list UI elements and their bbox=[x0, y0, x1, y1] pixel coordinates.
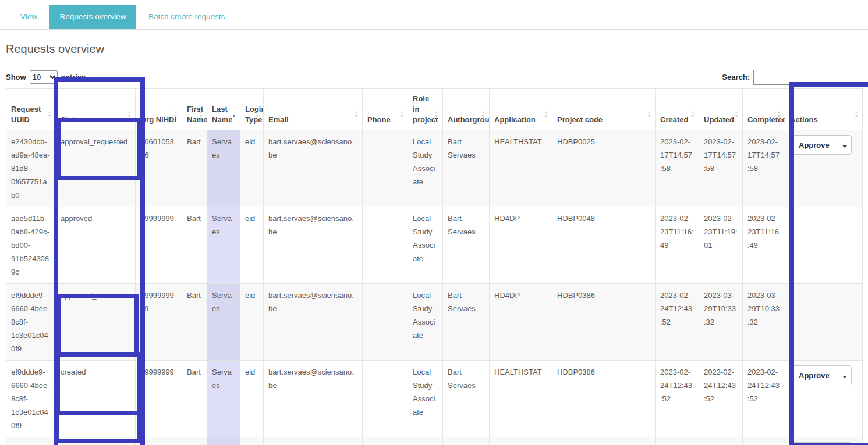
table-row: ef9ddde9-6660-4bee-8c8f-1c3e01c040f9crea… bbox=[6, 361, 863, 437]
approve-button[interactable]: Approve bbox=[791, 136, 838, 154]
cell-last_name: Servaes bbox=[207, 207, 240, 284]
cell-status: created bbox=[56, 361, 136, 437]
search-input[interactable] bbox=[753, 70, 862, 85]
cell-uuid: ef9ddde9-6660-4bee-8c8f-1c3e01c040f9 bbox=[6, 284, 56, 361]
cell-created: 2023-02-24T12:43:52 bbox=[656, 361, 699, 437]
cell-first_name: Bart bbox=[182, 130, 207, 207]
table-controls: Show 10 entries Search: bbox=[6, 69, 862, 85]
sort-both-icon bbox=[853, 110, 859, 118]
sort-both-icon bbox=[646, 110, 652, 118]
cell-email: bart.servaes@sciensano.be bbox=[264, 284, 363, 361]
cell-created: 2023-02-17T17:11:08 bbox=[656, 437, 699, 445]
sort-both-icon bbox=[434, 110, 440, 118]
cell-phone bbox=[363, 361, 408, 437]
column-header-org_nihdi[interactable]: Org NIHDI bbox=[136, 89, 182, 130]
table-row: e2430dcb-ad9a-48ea-81d8-0f657751ab0appro… bbox=[6, 130, 863, 207]
column-header-label: Created bbox=[660, 115, 688, 124]
column-header-label: Application bbox=[494, 115, 536, 124]
column-header-application[interactable]: Application bbox=[490, 89, 552, 130]
column-header-completed[interactable]: Completed bbox=[743, 89, 785, 130]
approve-dropdown-toggle[interactable] bbox=[838, 136, 851, 154]
sort-both-icon bbox=[776, 110, 782, 118]
sort-both-icon bbox=[734, 110, 739, 118]
sort-asc-icon bbox=[231, 113, 237, 118]
sort-both-icon bbox=[543, 110, 549, 118]
column-header-label: Status bbox=[61, 115, 84, 124]
cell-status: approved bbox=[56, 207, 136, 284]
cell-first_name: Bart bbox=[182, 437, 207, 445]
cell-role: Local Study Associate bbox=[408, 284, 443, 361]
cell-updated: 2023-02-24T12:43:52 bbox=[699, 361, 743, 437]
tab-view[interactable]: View bbox=[10, 5, 47, 29]
column-header-label: Actions bbox=[790, 115, 818, 124]
cell-project_code: HDBP0386 bbox=[552, 284, 656, 361]
cell-updated: 2023-02-17T14:57:58 bbox=[699, 130, 743, 207]
cell-first_name: Bart bbox=[182, 207, 207, 284]
column-header-label: Last Name bbox=[212, 105, 232, 124]
entries-label: entries bbox=[61, 73, 86, 81]
sort-both-icon bbox=[480, 110, 486, 118]
cell-updated: 2023-02-17T17:11:08 bbox=[699, 437, 743, 445]
cell-updated: 2023-03-29T10:33:32 bbox=[699, 284, 743, 361]
cell-role: Local Study Associate bbox=[408, 361, 443, 437]
cell-uuid: e2430dcb-ad9a-48ea-81d8-0f657751ab0 bbox=[6, 130, 56, 207]
column-header-label: Email bbox=[268, 115, 289, 124]
cell-org_nihdi: 9999999999 bbox=[136, 284, 182, 361]
approve-split-button: Approve bbox=[790, 442, 852, 445]
cell-status: approved_rae bbox=[56, 284, 136, 361]
cell-org_nihdi: 99999999 bbox=[136, 437, 182, 445]
cell-login_type: eid bbox=[240, 361, 264, 437]
cell-phone bbox=[363, 284, 408, 361]
cell-role: Local Study Associate bbox=[408, 130, 443, 207]
sort-both-icon bbox=[399, 110, 405, 118]
sort-both-icon bbox=[690, 110, 696, 118]
approve-split-button: Approve bbox=[790, 365, 852, 385]
column-header-login_type[interactable]: Login Type bbox=[240, 89, 264, 130]
cell-application: HD4DP bbox=[490, 207, 552, 284]
cell-project_code: HDBP0386 bbox=[552, 361, 656, 437]
cell-authorgroup: Bart Servaes bbox=[443, 284, 490, 361]
column-header-role[interactable]: Role in project bbox=[408, 89, 443, 130]
approve-button[interactable]: Approve bbox=[791, 443, 838, 445]
column-header-actions[interactable]: Actions bbox=[785, 89, 863, 130]
cell-completed: 2023-03-29T10:33:32 bbox=[743, 284, 785, 361]
cell-phone bbox=[363, 207, 408, 284]
column-header-label: First Name bbox=[187, 105, 207, 124]
caret-down-icon bbox=[842, 376, 847, 378]
column-header-status[interactable]: Status bbox=[56, 89, 136, 130]
column-header-first_name[interactable]: First Name bbox=[182, 89, 207, 130]
approve-button[interactable]: Approve bbox=[791, 366, 838, 385]
column-header-uuid[interactable]: Request UUID bbox=[6, 89, 56, 130]
sort-both-icon bbox=[353, 110, 359, 118]
cell-created: 2023-02-24T12:43:52 bbox=[656, 284, 699, 361]
column-header-project_code[interactable]: Project code bbox=[552, 89, 656, 130]
tab-requests-overview[interactable]: Requests overview bbox=[49, 5, 136, 29]
page-title: Requests overview bbox=[6, 42, 868, 56]
cell-authorgroup: Bart Servaes bbox=[443, 130, 490, 207]
cell-actions: Approve bbox=[785, 130, 863, 207]
column-header-phone[interactable]: Phone bbox=[363, 89, 408, 130]
table-row: aae5d11b-0ab8-429c-bd00-91b5243089cappro… bbox=[6, 207, 863, 284]
approve-split-button: Approve bbox=[790, 135, 852, 155]
column-header-authorgroup[interactable]: Authorgroup bbox=[443, 89, 490, 130]
column-header-label: Updated bbox=[704, 115, 734, 124]
column-header-updated[interactable]: Updated bbox=[699, 89, 743, 130]
cell-authorgroup: Bart Servaes bbox=[443, 207, 490, 284]
column-header-last_name[interactable]: Last Name bbox=[207, 89, 240, 130]
header-row: Request UUIDStatusOrg NIHDIFirst NameLas… bbox=[6, 89, 863, 130]
cell-completed: 2023-02-17T17:11:08 bbox=[743, 437, 785, 445]
sort-both-icon bbox=[254, 110, 260, 118]
cell-project_code: HDBP0048 bbox=[552, 207, 656, 284]
cell-org_nihdi: 2060105346 bbox=[136, 130, 182, 207]
sort-both-icon bbox=[173, 110, 179, 118]
page-size-select[interactable]: 10 bbox=[30, 70, 58, 84]
column-header-email[interactable]: Email bbox=[264, 89, 363, 130]
column-header-created[interactable]: Created bbox=[656, 89, 699, 130]
cell-last_name: Servaes bbox=[207, 130, 240, 207]
approve-dropdown-toggle[interactable] bbox=[838, 443, 851, 445]
table-body: e2430dcb-ad9a-48ea-81d8-0f657751ab0appro… bbox=[6, 130, 863, 445]
cell-application: HD4DP bbox=[490, 284, 552, 361]
approve-dropdown-toggle[interactable] bbox=[838, 366, 851, 385]
cell-status: approval_requested bbox=[56, 130, 136, 207]
tab-batch-create-requests[interactable]: Batch create requests bbox=[139, 5, 235, 29]
